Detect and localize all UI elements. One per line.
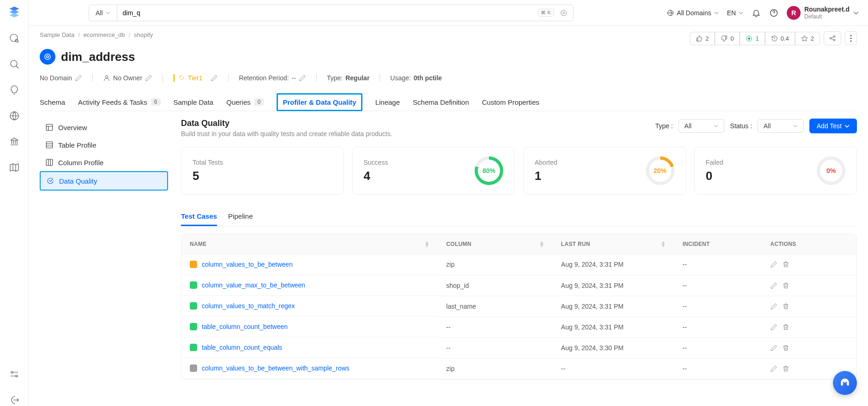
delete-action[interactable] <box>782 282 790 289</box>
chat-fab[interactable] <box>833 371 857 395</box>
section-title: Data Quality <box>181 119 392 128</box>
search-scope-dropdown[interactable]: All <box>89 5 117 21</box>
share-icon <box>829 35 836 42</box>
domain-field[interactable]: No Domain <box>40 74 82 82</box>
delete-action[interactable] <box>782 344 790 352</box>
side-icon <box>45 141 54 149</box>
total-tests-card: Total Tests5 <box>181 147 344 195</box>
rail-globe-icon[interactable] <box>8 110 20 122</box>
table-icon <box>40 49 55 65</box>
share-button[interactable] <box>824 31 841 45</box>
svg-point-17 <box>45 54 50 60</box>
edit-action[interactable] <box>770 323 778 331</box>
test-name-link[interactable]: table_column_count_between <box>202 323 288 330</box>
tab-lineage[interactable]: Lineage <box>375 93 400 111</box>
tab-queries[interactable]: Queries0 <box>226 93 264 111</box>
rail-globe-search-icon[interactable] <box>8 32 20 44</box>
rail-governance-icon[interactable] <box>8 136 20 148</box>
table-header-name[interactable]: NAME▲▼ <box>181 234 438 254</box>
tab-sample-data[interactable]: Sample Data <box>174 93 214 111</box>
breadcrumb-item[interactable]: shopify <box>134 31 153 38</box>
test-name-link[interactable]: column_values_to_be_between <box>202 261 293 268</box>
test-name-link[interactable]: column_values_to_match_regex <box>202 302 295 310</box>
side-icon <box>45 123 54 131</box>
svg-point-11 <box>830 37 831 39</box>
delete-action[interactable] <box>782 323 790 331</box>
sidebar-item-overview[interactable]: Overview <box>40 119 168 136</box>
rail-logout-icon[interactable] <box>8 394 20 406</box>
search-input[interactable] <box>117 5 538 21</box>
language-dropdown[interactable]: EN <box>727 9 743 17</box>
edit-action[interactable] <box>770 282 778 289</box>
table-header-last run[interactable]: LAST RUN▲▼ <box>553 234 674 254</box>
cell-last-run: Aug 9, 2024, 3:31 PM <box>553 296 674 316</box>
rail-settings-icon[interactable] <box>8 368 20 380</box>
test-name-link[interactable]: table_column_count_equals <box>202 344 282 351</box>
cell-last-run: Aug 9, 2024, 3:31 PM <box>553 275 674 296</box>
rail-bulb-icon[interactable] <box>8 84 20 96</box>
more-menu[interactable] <box>845 31 857 45</box>
tab-activity-feeds-tasks[interactable]: Activity Feeds & Tasks6 <box>78 93 160 111</box>
delete-action[interactable] <box>782 261 790 268</box>
edit-action[interactable] <box>770 344 778 352</box>
table-header-column[interactable]: COLUMN▲▼ <box>438 234 553 254</box>
svg-point-15 <box>850 38 852 39</box>
edit-icon <box>75 74 82 82</box>
sub-tab-test-cases[interactable]: Test Cases <box>181 208 217 226</box>
status-filter-select[interactable]: All <box>758 119 804 133</box>
retention-field[interactable]: Retention Period: -- <box>239 74 306 82</box>
table-row: column_values_to_be_between_with_sample_… <box>181 358 856 379</box>
svg-point-16 <box>850 41 852 42</box>
sidebar-item-data-quality[interactable]: Data Quality <box>40 171 168 191</box>
history-stat[interactable]: 0.4 <box>765 32 795 45</box>
table-header-incident: INCIDENT <box>674 234 762 254</box>
breadcrumb-item[interactable]: ecommerce_db <box>84 31 125 38</box>
rail-search-icon[interactable] <box>8 58 20 70</box>
add-test-button[interactable]: Add Test <box>809 119 857 133</box>
tab-profiler-data-quality[interactable]: Profiler & Data Quality <box>277 93 362 111</box>
tab-schema[interactable]: Schema <box>40 93 65 111</box>
cell-column: last_name <box>438 296 553 316</box>
upvote-button[interactable]: 2 <box>690 32 715 45</box>
edit-action[interactable] <box>770 365 778 372</box>
rail-map-icon[interactable] <box>8 161 20 173</box>
svg-point-14 <box>850 35 852 36</box>
type-filter-label: Type : <box>655 122 673 130</box>
owner-field[interactable]: No Owner <box>103 74 152 82</box>
tab-custom-properties[interactable]: Custom Properties <box>482 93 539 111</box>
sidebar-item-table-profile[interactable]: Table Profile <box>40 136 168 154</box>
side-icon <box>45 158 54 167</box>
delete-action[interactable] <box>782 303 790 310</box>
svg-point-19 <box>105 76 108 78</box>
tab-schema-definition[interactable]: Schema Definition <box>413 93 469 111</box>
type-filter-select[interactable]: All <box>678 119 724 133</box>
user-menu[interactable]: R Rounakpreet.d Default <box>787 6 859 20</box>
status-indicator <box>190 261 197 268</box>
tier-field[interactable]: Tier1 <box>173 74 218 82</box>
edit-icon <box>145 74 152 82</box>
test-name-link[interactable]: column_value_max_to_be_between <box>202 281 305 289</box>
edit-action[interactable] <box>770 303 778 310</box>
downvote-button[interactable]: 0 <box>715 32 740 45</box>
test-name-link[interactable]: column_values_to_be_between_with_sample_… <box>202 364 350 372</box>
table-row: table_column_count_equals--Aug 9, 2024, … <box>181 337 856 358</box>
domains-dropdown[interactable]: All Domains <box>667 9 719 17</box>
sub-tab-pipeline[interactable]: Pipeline <box>228 208 253 226</box>
sidebar-item-column-profile[interactable]: Column Profile <box>40 154 168 171</box>
notifications-icon[interactable] <box>752 8 761 18</box>
help-icon[interactable] <box>769 8 778 18</box>
table-row: column_values_to_be_betweenzipAug 9, 202… <box>181 254 856 275</box>
delete-action[interactable] <box>782 365 790 372</box>
cell-last-run: Aug 9, 2024, 3:31 PM <box>553 254 674 275</box>
star-stat[interactable]: 2 <box>795 32 820 45</box>
search-clear-icon[interactable] <box>557 6 570 19</box>
section-subtitle: Build trust in your data with quality te… <box>181 130 392 137</box>
left-nav-rail <box>0 0 29 406</box>
logo-icon[interactable] <box>8 6 21 18</box>
breadcrumb-item[interactable]: Sample Data <box>40 31 74 38</box>
side-icon <box>46 177 54 185</box>
edit-action[interactable] <box>770 261 778 268</box>
svg-point-24 <box>846 382 847 383</box>
cell-incident: -- <box>674 337 762 358</box>
task-stat[interactable]: 1 <box>740 32 765 45</box>
